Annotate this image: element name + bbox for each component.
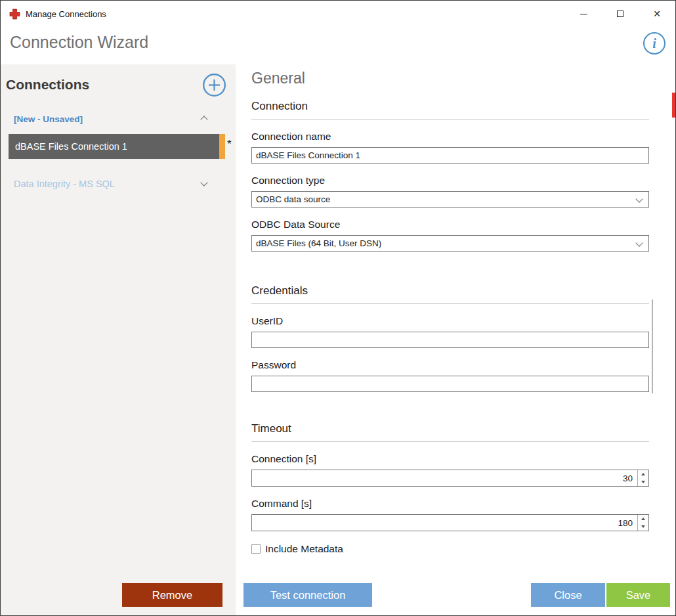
timeout-section-title: Timeout [251,422,649,442]
group-saved-label: Data Integrity - MS SQL [14,179,115,189]
connections-sidebar: Connections [New - Unsaved] dBASE Files … [1,64,236,615]
titlebar: Manage Connections ✕ [1,1,675,27]
connection-timeout-field [251,470,649,487]
test-connection-button[interactable]: Test connection [243,583,372,607]
command-timeout-spinner [637,515,648,531]
add-connection-button[interactable] [202,73,226,97]
scrollbar-thumb[interactable] [652,299,653,393]
connection-type-value: ODBC data source [256,194,330,204]
password-label: Password [251,359,649,371]
command-timeout-label: Command [s] [251,497,649,510]
window-controls: ✕ [565,1,675,27]
spinner-up-button[interactable] [638,470,648,478]
connection-name-input[interactable] [251,147,649,164]
minimize-icon [580,14,587,14]
chevron-down-icon [200,179,207,186]
spinner-down-button[interactable] [638,478,648,486]
wizard-header: Connection Wizard i [1,27,675,64]
connection-timeout-spinner [637,470,648,486]
userid-input[interactable] [251,332,649,348]
page-title: Connection Wizard [10,33,148,52]
info-icon: i [652,36,656,51]
connection-name-label: Connection name [251,130,649,143]
general-panel: General Connection Connection name Conne… [236,64,675,615]
panel-title: General [251,70,649,87]
close-icon: ✕ [653,9,661,18]
chevron-down-icon [635,239,643,246]
remove-button[interactable]: Remove [122,583,222,607]
connection-timeout-label: Connection [s] [251,452,649,465]
userid-label: UserID [251,315,649,327]
credentials-section-title: Credentials [251,284,649,304]
include-metadata-checkbox[interactable] [251,544,261,554]
modified-star: * [227,138,232,151]
connection-item-label: dBASE Files Connection 1 [15,141,127,152]
include-metadata-row: Include Metadata [251,543,649,555]
include-metadata-label: Include Metadata [265,543,343,555]
close-button[interactable]: Close [531,583,605,607]
command-timeout-input[interactable] [252,515,637,531]
chevron-down-icon [635,195,643,202]
maximize-icon [617,11,623,17]
connection-item-selected[interactable]: dBASE Files Connection 1 [9,134,225,159]
close-window-button[interactable]: ✕ [639,1,675,27]
spinner-up-icon [641,473,645,475]
odbc-source-label: ODBC Data Source [251,218,649,231]
minimize-button[interactable] [565,1,602,27]
sidebar-title: Connections [6,77,89,93]
manage-connections-window: Manage Connections ✕ Connection Wizard i… [0,0,676,616]
spinner-down-icon [641,481,645,483]
connection-timeout-input[interactable] [252,470,637,486]
info-button[interactable]: i [643,32,665,55]
odbc-source-select[interactable]: dBASE Files (64 Bit, User DSN) [251,235,649,252]
connection-section-title: Connection [251,100,649,120]
spinner-down-icon [641,525,645,528]
odbc-source-value: dBASE Files (64 Bit, User DSN) [256,238,381,248]
spinner-up-icon [641,517,645,520]
command-timeout-field [251,514,649,531]
spinner-up-button[interactable] [638,515,648,523]
group-new-label: [New - Unsaved] [14,114,83,124]
connection-type-label: Connection type [251,174,649,187]
maximize-button[interactable] [602,1,639,27]
connection-group-new[interactable]: [New - Unsaved] [1,114,236,127]
save-button[interactable]: Save [606,583,670,607]
spinner-down-button[interactable] [638,523,648,531]
red-edge-marker [672,93,675,118]
window-title: Manage Connections [26,9,106,19]
connection-type-select[interactable]: ODBC data source [251,191,649,208]
password-input[interactable] [251,376,649,392]
modified-strip [219,134,225,159]
app-logo-icon [9,9,20,20]
chevron-up-icon [200,116,207,123]
connection-group-saved[interactable]: Data Integrity - MS SQL [1,179,236,192]
plus-icon [202,73,226,97]
